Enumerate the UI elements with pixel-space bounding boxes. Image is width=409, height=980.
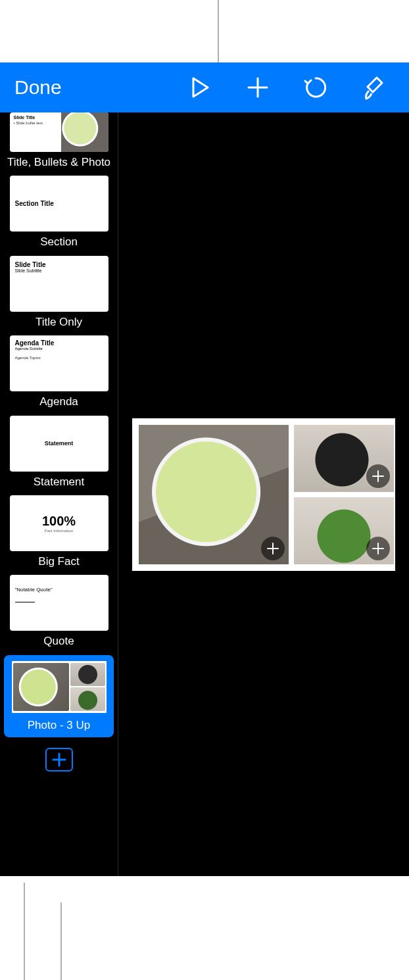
thumb-sub: Agenda Subtitle (15, 347, 103, 351)
photo-placeholder-3[interactable] (294, 497, 394, 564)
thumb-heading: Statement (45, 440, 74, 447)
slide-template-statement[interactable]: Statement Statement (7, 416, 111, 489)
slide-thumbnail (10, 659, 108, 715)
play-icon (191, 77, 209, 98)
plus-icon (372, 470, 385, 483)
thumb-heading: Section Title (15, 200, 103, 207)
slide-template-label: Statement (34, 476, 85, 489)
thumb-body: • Slide bullet text (14, 121, 57, 125)
slide-thumbnail: Section Title (10, 176, 108, 232)
add-slide-button[interactable] (45, 748, 73, 772)
thumb-photo-1 (13, 663, 70, 711)
callout-line-top (218, 0, 219, 62)
replace-media-button[interactable] (366, 537, 390, 560)
undo-button[interactable] (287, 62, 345, 112)
slide-template-title-bullets-photo[interactable]: Slide Title • Slide bullet text Title, B… (7, 112, 111, 169)
slide-canvas[interactable] (118, 112, 409, 876)
plus-icon (266, 542, 279, 555)
toolbar: Done (0, 62, 409, 112)
paintbrush-icon (362, 75, 385, 100)
slide-thumbnail: Statement (10, 416, 108, 472)
plus-icon (247, 76, 269, 99)
photo-placeholder-1[interactable] (139, 425, 289, 564)
slide-template-section[interactable]: Section Title Section (7, 176, 111, 249)
replace-media-button[interactable] (366, 464, 390, 488)
slide-template-title-only[interactable]: Slide Title Slide Subtitle Title Only (7, 256, 111, 329)
slide-template-label: Title Only (36, 316, 82, 329)
slide-template-label: Title, Bullets & Photo (7, 156, 110, 169)
workspace: Slide Title • Slide bullet text Title, B… (0, 112, 409, 876)
keynote-editor: Done Slide Title • Slide bullet text (0, 62, 409, 876)
slide-thumbnail: Agenda Title Agenda Subtitle Agenda Topi… (10, 335, 108, 391)
callout-line-bottom-center (60, 902, 62, 980)
thumb-heading: 100% (42, 514, 76, 529)
slide-thumbnail: Slide Title • Slide bullet text (10, 112, 108, 152)
thumb-heading: "Notable Quote" (15, 587, 103, 593)
slide-template-label: Big Fact (38, 555, 79, 568)
slide-template-label: Quote (43, 635, 74, 648)
undo-icon (304, 76, 327, 99)
callout-line-bottom-left (24, 883, 25, 980)
insert-button[interactable] (229, 62, 287, 112)
play-button[interactable] (171, 62, 229, 112)
plus-icon (52, 752, 66, 767)
slide-template-label: Agenda (39, 395, 78, 408)
slide-template-big-fact[interactable]: 100% Fact Information Big Fact (7, 495, 111, 568)
slide-template-quote[interactable]: "Notable Quote" Quote (7, 575, 111, 648)
thumb-heading: Slide Title (14, 115, 57, 120)
slide-template-agenda[interactable]: Agenda Title Agenda Subtitle Agenda Topi… (7, 335, 111, 408)
replace-media-button[interactable] (261, 537, 285, 560)
slide-template-label: Photo - 3 Up (28, 719, 90, 732)
slide-template-label: Section (40, 235, 78, 249)
thumb-attribution-line (15, 602, 35, 602)
slide-thumbnail: Slide Title Slide Subtitle (10, 256, 108, 312)
slide-thumbnail: "Notable Quote" (10, 575, 108, 631)
thumb-heading: Slide Title (15, 261, 103, 268)
thumb-body: Fact Information (45, 529, 73, 533)
thumb-photo-3 (70, 687, 105, 711)
slide-template-photo-3up[interactable]: Photo - 3 Up (4, 655, 114, 737)
photo-placeholder-2[interactable] (294, 425, 394, 492)
thumb-sub: Slide Subtitle (15, 268, 103, 273)
slide-photo-3up[interactable] (132, 418, 395, 571)
thumb-heading: Agenda Title (15, 339, 103, 347)
thumb-image (61, 112, 108, 152)
plus-icon (372, 542, 385, 555)
thumb-body: Agenda Topics (15, 356, 103, 360)
format-button[interactable] (345, 62, 402, 112)
slide-thumbnail: 100% Fact Information (10, 495, 108, 551)
slide-navigator[interactable]: Slide Title • Slide bullet text Title, B… (0, 112, 118, 876)
done-button[interactable]: Done (7, 76, 70, 99)
thumb-photo-2 (70, 663, 105, 687)
